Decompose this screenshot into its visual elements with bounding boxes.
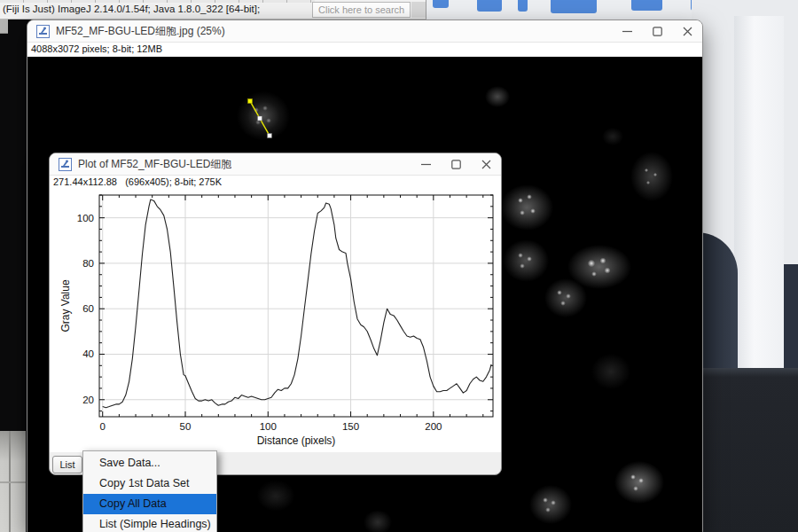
- svg-text:0: 0: [100, 421, 106, 432]
- plot-window-title: Plot of MF52_MF-BGU-LED细胞: [78, 157, 231, 172]
- minimize-button[interactable]: [612, 20, 642, 42]
- plot-canvas: 05010015020020406080100Distance (pixels)…: [50, 190, 501, 452]
- roi-handle[interactable]: [258, 116, 262, 121]
- search-input[interactable]: [312, 2, 411, 18]
- svg-text:Distance (pixels): Distance (pixels): [257, 434, 336, 447]
- svg-text:150: 150: [342, 421, 359, 432]
- wallpaper-equipment-photo: [692, 0, 798, 532]
- data-popup-menu: Save Data... Copy 1st Data Set Copy All …: [82, 450, 217, 532]
- close-button[interactable]: [471, 153, 501, 175]
- window-controls: [612, 20, 702, 42]
- fiji-status-text: (Fiji Is Just) ImageJ 2.14.0/1.54f; Java…: [3, 4, 260, 14]
- svg-text:100: 100: [77, 213, 94, 223]
- maximize-icon: [451, 160, 461, 169]
- wallpaper-letter-fragment: [551, 0, 597, 13]
- wallpaper-letter-fragment: [433, 0, 449, 8]
- fiji-toolbar-fragment[interactable]: [0, 0, 315, 3]
- maximize-icon: [653, 27, 662, 36]
- wallpaper-letter-fragment: [477, 0, 502, 12]
- profile-plot: 05010015020020406080100Distance (pixels)…: [50, 190, 501, 452]
- imagej-icon: [59, 158, 72, 171]
- plot-window: Plot of MF52_MF-BGU-LED细胞 271.44x112.88 …: [49, 153, 502, 475]
- equipment-desk: [692, 368, 798, 532]
- svg-text:100: 100: [260, 421, 277, 432]
- menu-item-list-simple-headings[interactable]: List (Simple Headings): [83, 514, 216, 532]
- wallpaper-letter-fragment: [631, 0, 662, 11]
- svg-text:50: 50: [180, 421, 192, 432]
- svg-text:60: 60: [82, 303, 94, 314]
- wallpaper-letter-fragment: [518, 0, 528, 12]
- fiji-main-window: (Fiji Is Just) ImageJ 2.14.0/1.54f; Java…: [0, 0, 426, 20]
- svg-text:20: 20: [82, 395, 94, 405]
- window-controls: [411, 153, 501, 175]
- svg-text:40: 40: [82, 348, 94, 359]
- plot-status-text: 271.44x112.88 (696x405); 8-bit; 275K: [50, 176, 501, 190]
- svg-text:Gray Value: Gray Value: [59, 279, 72, 332]
- maximize-button[interactable]: [642, 20, 672, 42]
- list-button[interactable]: List: [52, 456, 82, 473]
- screen: (Fiji Is Just) ImageJ 2.14.0/1.54f; Java…: [0, 0, 798, 532]
- close-button[interactable]: [672, 20, 702, 42]
- svg-text:200: 200: [425, 421, 442, 432]
- plot-window-titlebar[interactable]: Plot of MF52_MF-BGU-LED细胞: [50, 153, 501, 176]
- roi-handle[interactable]: [248, 99, 253, 104]
- tile-groove: [0, 481, 26, 483]
- image-info-text: 4088x3072 pixels; 8-bit; 12MB: [27, 43, 702, 57]
- maximize-button[interactable]: [441, 153, 471, 175]
- minimize-icon: [622, 27, 632, 36]
- close-icon: [481, 160, 491, 169]
- image-window-title: MF52_MF-BGU-LED细胞.jpg (25%): [56, 24, 225, 39]
- equipment-pillar: [734, 16, 784, 417]
- fiji-window-edge: [411, 2, 426, 18]
- imagej-icon: [36, 25, 50, 38]
- menu-item-save-data[interactable]: Save Data...: [83, 453, 216, 473]
- wallpaper-tile-bottom-left: [0, 431, 26, 532]
- menu-item-copy-all-data[interactable]: Copy All Data: [83, 494, 216, 514]
- minimize-icon: [421, 160, 431, 169]
- close-icon: [683, 27, 692, 36]
- image-window-titlebar[interactable]: MF52_MF-BGU-LED细胞.jpg (25%): [27, 20, 702, 43]
- minimize-button[interactable]: [411, 153, 441, 175]
- roi-handle[interactable]: [268, 134, 272, 138]
- menu-item-copy-1st-data-set[interactable]: Copy 1st Data Set: [83, 473, 216, 494]
- svg-text:80: 80: [82, 258, 94, 269]
